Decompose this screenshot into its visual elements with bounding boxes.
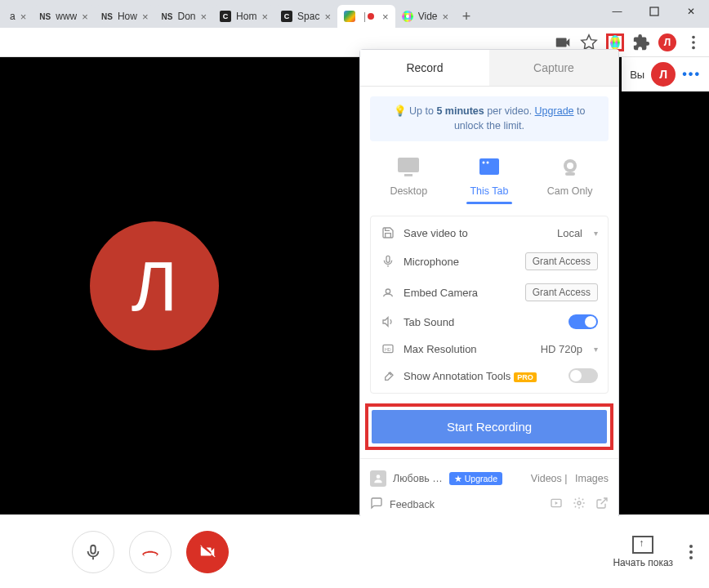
- svg-point-7: [482, 162, 484, 164]
- present-label: Начать показ: [613, 557, 673, 568]
- upgrade-promo: 💡 Up to 5 minutes per video. Upgrade to …: [370, 96, 609, 141]
- setting-label: Save video to: [404, 227, 549, 239]
- pro-badge: PRO: [514, 372, 537, 382]
- footer-links: Videos | Images: [526, 473, 609, 484]
- close-icon[interactable]: ×: [443, 11, 449, 23]
- meet-bottom-bar: Начать показ: [0, 516, 709, 588]
- mode-label: This Tab: [457, 185, 522, 197]
- browser-tab[interactable]: NS How ×: [95, 5, 155, 28]
- svg-rect-0: [650, 7, 658, 16]
- start-recording-highlight: Start Recording: [365, 403, 613, 450]
- mute-mic-button[interactable]: [72, 531, 114, 573]
- tab-capture[interactable]: Capture: [489, 50, 618, 86]
- tab-title: Spac: [297, 11, 319, 22]
- user-name: Любовь …: [393, 473, 443, 484]
- extensions-puzzle-icon[interactable]: [632, 33, 650, 51]
- close-icon[interactable]: ×: [324, 11, 331, 23]
- close-icon[interactable]: ×: [201, 11, 207, 23]
- popout-icon[interactable]: [595, 497, 609, 512]
- maximize-button[interactable]: [635, 0, 672, 23]
- svg-rect-5: [404, 174, 412, 176]
- row-max-resolution[interactable]: HD Max Resolution HD 720p ▾: [371, 336, 608, 362]
- videos-link[interactable]: Videos: [531, 473, 562, 484]
- svg-rect-6: [479, 158, 499, 175]
- browser-tab[interactable]: C Spac ×: [274, 5, 337, 28]
- tab-record[interactable]: Record: [360, 50, 489, 86]
- svg-point-16: [377, 474, 381, 479]
- svg-rect-19: [91, 546, 96, 554]
- close-window-button[interactable]: ✕: [672, 0, 709, 23]
- close-icon[interactable]: ×: [261, 11, 268, 23]
- mode-cam-only[interactable]: Cam Only: [537, 156, 603, 204]
- new-tab-button[interactable]: +: [455, 8, 478, 25]
- resolution-icon: HD: [381, 342, 395, 355]
- microphone-icon: [381, 255, 395, 268]
- popup-footer-user: Любовь … ★ Upgrade Videos | Images: [360, 462, 618, 492]
- play-icon[interactable]: [550, 497, 563, 512]
- self-avatar[interactable]: Л: [651, 62, 676, 87]
- close-icon[interactable]: ×: [142, 11, 149, 23]
- tab-sound-toggle[interactable]: [569, 314, 598, 329]
- meet-more-icon[interactable]: •••: [682, 67, 701, 82]
- feedback-link[interactable]: Feedback: [390, 499, 435, 510]
- row-embed-camera: Embed Camera Grant Access: [371, 277, 608, 308]
- browser-tab[interactable]: NS www ×: [33, 5, 95, 28]
- close-icon[interactable]: ×: [82, 11, 88, 23]
- self-label: Вы: [630, 69, 644, 81]
- mode-this-tab[interactable]: This Tab: [457, 156, 522, 204]
- svg-point-13: [386, 289, 390, 293]
- profile-avatar[interactable]: Л: [658, 33, 676, 51]
- svg-rect-12: [386, 256, 390, 262]
- upgrade-link[interactable]: Upgrade: [535, 105, 574, 117]
- grant-access-button[interactable]: Grant Access: [525, 283, 598, 301]
- ci-favicon-icon: C: [220, 11, 231, 22]
- annotation-toggle[interactable]: [569, 368, 598, 383]
- row-annotation-tools: Show Annotation ToolsPRO: [371, 362, 608, 390]
- close-icon[interactable]: ×: [20, 11, 27, 23]
- upgrade-badge[interactable]: ★ Upgrade: [449, 472, 502, 485]
- minimize-button[interactable]: —: [599, 0, 635, 23]
- sound-icon: [381, 315, 395, 328]
- meet-self-indicator: Вы Л •••: [622, 57, 709, 91]
- row-save-video[interactable]: Save video to Local ▾: [371, 220, 608, 246]
- start-recording-button[interactable]: Start Recording: [372, 410, 607, 443]
- recording-indicator-icon: [368, 13, 374, 20]
- svg-rect-11: [565, 172, 575, 176]
- browser-tab[interactable]: a ×: [3, 5, 33, 28]
- svg-point-3: [692, 46, 695, 49]
- close-icon[interactable]: ×: [382, 11, 389, 23]
- svg-point-18: [577, 501, 581, 505]
- window-controls: — ✕: [599, 0, 709, 23]
- tab-title: Don: [177, 11, 195, 22]
- screen-recorder-popup: Record Capture 💡 Up to 5 minutes per vid…: [359, 49, 619, 523]
- gear-icon[interactable]: [573, 497, 586, 512]
- hangup-button[interactable]: [129, 531, 172, 573]
- ring-favicon-icon: [402, 11, 413, 22]
- present-icon: [632, 536, 653, 554]
- setting-label: Tab Sound: [404, 316, 560, 328]
- setting-value: HD 720p: [541, 343, 582, 355]
- browser-tab-active[interactable]: | ×: [337, 5, 395, 28]
- mode-desktop[interactable]: Desktop: [376, 156, 441, 204]
- popup-tabs: Record Capture: [360, 50, 618, 87]
- camera-off-button[interactable]: [186, 531, 229, 573]
- ring-icon: [610, 35, 620, 50]
- chevron-down-icon: ▾: [594, 229, 598, 238]
- svg-point-1: [692, 35, 695, 38]
- present-button[interactable]: Начать показ: [613, 536, 673, 568]
- browser-tab[interactable]: C Hom ×: [213, 5, 274, 28]
- more-options-button[interactable]: [689, 542, 693, 562]
- feedback-icon: [370, 497, 383, 512]
- camera-icon: [381, 286, 395, 299]
- setting-label: Embed Camera: [404, 287, 517, 299]
- grant-access-button[interactable]: Grant Access: [525, 252, 598, 270]
- images-link[interactable]: Images: [575, 473, 609, 484]
- browser-tab[interactable]: Vide ×: [395, 5, 455, 28]
- browser-tab[interactable]: NS Don ×: [154, 5, 213, 28]
- recording-settings: Save video to Local ▾ Microphone Grant A…: [370, 216, 609, 394]
- meet-favicon-icon: [344, 11, 355, 22]
- ns-favicon-icon: NS: [161, 11, 172, 22]
- svg-point-8: [486, 162, 488, 164]
- browser-menu-button[interactable]: [684, 33, 702, 51]
- ns-favicon-icon: NS: [39, 11, 51, 22]
